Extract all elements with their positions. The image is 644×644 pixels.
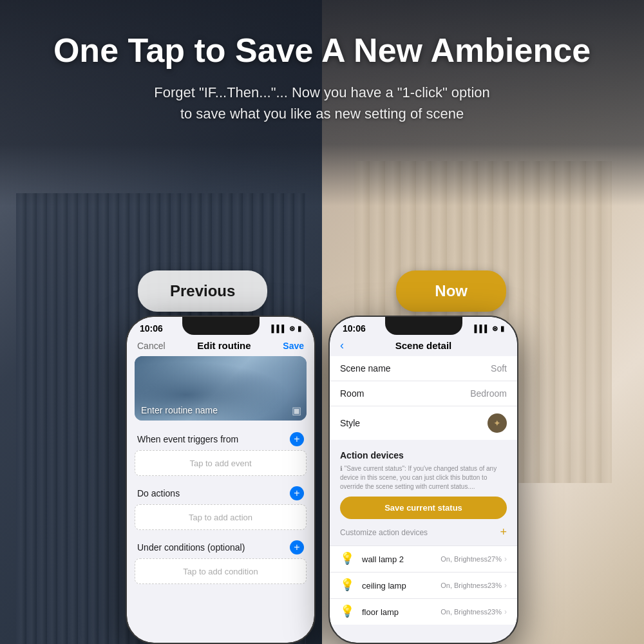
add-event-button[interactable]: +: [290, 432, 304, 446]
image-picker-icon[interactable]: ▣: [292, 404, 301, 417]
action-devices-title: Action devices: [340, 450, 507, 460]
add-condition-button[interactable]: +: [290, 540, 304, 554]
tap-action-box[interactable]: Tap to add action: [135, 504, 307, 530]
customize-add-button[interactable]: +: [500, 526, 507, 539]
device-status-0: On, Brightness27%: [440, 555, 502, 563]
routine-image-box: Enter routine name ▣: [135, 356, 307, 421]
right-wifi-icon: ⊛: [492, 325, 498, 333]
style-key: Style: [340, 418, 360, 428]
device-status-2: On, Brightness23%: [440, 608, 502, 616]
header-section: One Tap to Save A New Ambience Forget "I…: [0, 32, 644, 124]
style-row: Style ✦: [330, 406, 517, 440]
tap-condition-box[interactable]: Tap to add condition: [135, 558, 307, 584]
lamp-icon-1: 💡: [340, 578, 355, 593]
lamp-icon-0: 💡: [340, 551, 355, 567]
right-phone: 10:06 ▌▌▌ ⊛ ▮ ‹ Scene detail Scene name …: [328, 316, 518, 644]
action-devices-section: Action devices ℹ "Save current status": …: [330, 445, 517, 545]
right-battery-icon: ▮: [500, 325, 504, 333]
device-row-1[interactable]: 💡 ceiling lamp On, Brightness23% ›: [330, 572, 517, 598]
scene-name-row: Scene name Soft: [330, 356, 517, 381]
room-key: Room: [340, 388, 364, 399]
chevron-icon-1: ›: [504, 581, 507, 590]
left-status-icons: ▌▌▌ ⊛ ▮: [272, 325, 301, 333]
device-name-1: ceiling lamp: [362, 581, 440, 591]
right-status-time: 10:06: [343, 323, 366, 334]
left-phone-notch: [182, 317, 260, 335]
room-row: Room Bedroom: [330, 381, 517, 406]
chevron-icon-0: ›: [504, 554, 507, 564]
scene-info-rows: Scene name Soft Room Bedroom Style ✦: [330, 356, 517, 440]
save-button[interactable]: Save: [283, 341, 304, 351]
left-phone-header: Cancel Edit routine Save: [127, 337, 314, 356]
left-status-time: 10:06: [140, 323, 163, 334]
left-phone-title: Edit routine: [197, 340, 251, 351]
tap-event-text: Tap to add event: [189, 459, 251, 468]
device-name-0: wall lamp 2: [362, 554, 440, 564]
right-status-icons: ▌▌▌ ⊛ ▮: [475, 325, 504, 333]
left-phone-screen: 10:06 ▌▌▌ ⊛ ▮ Cancel Edit routine Save E…: [127, 317, 314, 643]
lamp-icon-2: 💡: [340, 604, 355, 620]
action-info-text: ℹ "Save current status": If you've chang…: [340, 464, 507, 491]
right-phone-screen: 10:06 ▌▌▌ ⊛ ▮ ‹ Scene detail Scene name …: [330, 317, 517, 643]
tap-event-box[interactable]: Tap to add event: [135, 450, 307, 476]
right-phone-header: ‹ Scene detail: [330, 337, 517, 356]
subtitle-line1: Forget "IF...Then..."... Now you have a …: [154, 84, 490, 100]
now-button[interactable]: Now: [396, 270, 506, 312]
signal-icon: ▌▌▌: [272, 325, 287, 332]
right-phone-notch: [385, 317, 462, 335]
device-row-0[interactable]: 💡 wall lamp 2 On, Brightness27% ›: [330, 545, 517, 572]
do-actions-label: Do actions: [137, 488, 180, 498]
tap-action-text: Tap to add action: [189, 513, 252, 522]
when-event-label: When event triggers from: [137, 434, 238, 444]
right-signal-icon: ▌▌▌: [475, 325, 489, 332]
main-title: One Tap to Save A New Ambience: [39, 32, 605, 69]
scene-name-value: Soft: [491, 363, 507, 374]
room-value: Bedroom: [470, 388, 507, 399]
phones-container: 10:06 ▌▌▌ ⊛ ▮ Cancel Edit routine Save E…: [0, 316, 644, 644]
scene-detail-title: Scene detail: [395, 340, 452, 351]
when-event-row: When event triggers from +: [127, 427, 314, 450]
subtitle: Forget "IF...Then..."... Now you have a …: [39, 82, 605, 124]
under-conditions-row: Under conditions (optional) +: [127, 535, 314, 558]
action-info-content: "Save current status": If you've changed…: [340, 465, 497, 490]
subtitle-line2: to save what you like as new setting of …: [180, 106, 464, 122]
device-row-2[interactable]: 💡 floor lamp On, Brightness23% ›: [330, 598, 517, 625]
scene-name-key: Scene name: [340, 363, 391, 374]
battery-icon: ▮: [298, 325, 301, 333]
info-bullet: ℹ: [340, 465, 345, 472]
customize-row: Customize action devices +: [340, 524, 507, 543]
back-button[interactable]: ‹: [340, 339, 344, 352]
previous-button[interactable]: Previous: [138, 270, 267, 312]
comparison-buttons: Previous Now: [0, 270, 644, 312]
wifi-icon: ⊛: [289, 325, 295, 333]
chevron-icon-2: ›: [504, 607, 507, 616]
left-phone: 10:06 ▌▌▌ ⊛ ▮ Cancel Edit routine Save E…: [126, 316, 316, 644]
style-icon[interactable]: ✦: [488, 413, 507, 433]
device-name-2: floor lamp: [362, 607, 440, 617]
tap-condition-text: Tap to add condition: [183, 567, 258, 576]
add-action-button[interactable]: +: [290, 486, 304, 500]
save-current-status-button[interactable]: Save current status: [340, 497, 507, 519]
routine-name-label[interactable]: Enter routine name: [141, 405, 218, 415]
device-status-1: On, Brightness23%: [440, 582, 502, 589]
do-actions-row: Do actions +: [127, 481, 314, 504]
customize-label: Customize action devices: [340, 528, 428, 537]
cancel-button[interactable]: Cancel: [137, 341, 166, 351]
under-conditions-label: Under conditions (optional): [137, 542, 245, 553]
